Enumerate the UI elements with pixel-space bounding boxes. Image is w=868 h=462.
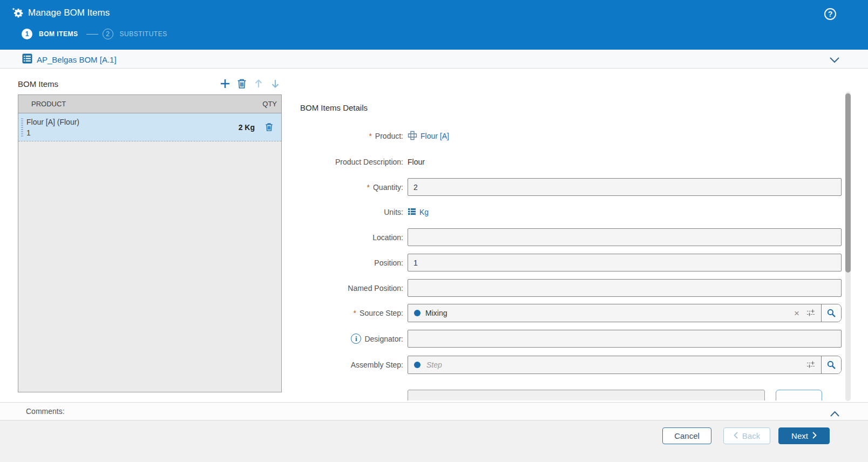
step-2-badge[interactable]: 2 bbox=[103, 29, 113, 39]
bom-list-title: BOM Items bbox=[18, 79, 58, 89]
source-step-input[interactable]: Mixing × bbox=[408, 304, 842, 322]
bom-context-title: AP_Belgas BOM [A.1] bbox=[37, 55, 117, 64]
assembly-step-row: Assembly Step: bbox=[295, 356, 842, 374]
location-label: Location: bbox=[295, 233, 403, 242]
position-label: Position: bbox=[295, 259, 403, 267]
scrollbar-thumb[interactable] bbox=[845, 93, 851, 273]
search-icon[interactable] bbox=[821, 356, 841, 373]
column-product: PRODUCT bbox=[31, 100, 66, 108]
clipped-button[interactable] bbox=[776, 390, 822, 400]
search-icon[interactable] bbox=[821, 304, 841, 322]
quantity-row: * Quantity: bbox=[295, 178, 842, 196]
named-position-input[interactable] bbox=[408, 279, 842, 297]
named-position-label: Named Position: bbox=[295, 284, 403, 293]
row-qty-value: 2 Kg bbox=[239, 123, 255, 132]
step-1-label[interactable]: BOM ITEMS bbox=[39, 30, 78, 38]
source-step-label: * Source Step: bbox=[295, 309, 403, 317]
named-position-row: Named Position: bbox=[295, 279, 842, 297]
clear-icon[interactable]: × bbox=[790, 309, 803, 318]
source-step-row: * Source Step: Mixing × bbox=[295, 304, 842, 322]
product-label: * Product: bbox=[295, 132, 403, 140]
required-marker: * bbox=[354, 309, 356, 317]
product-link[interactable]: Flour [A] bbox=[408, 131, 449, 142]
location-input[interactable] bbox=[408, 228, 842, 246]
delete-item-icon[interactable] bbox=[235, 77, 248, 90]
units-list-icon bbox=[408, 207, 416, 218]
dialog-title: Manage BOM Items bbox=[28, 6, 110, 19]
bom-context-link[interactable]: AP_Belgas BOM [A.1] bbox=[22, 53, 117, 65]
assembly-step-label: Assembly Step: bbox=[295, 361, 403, 369]
designator-input[interactable] bbox=[408, 330, 842, 348]
dialog-footer: Cancel Back Next bbox=[0, 420, 868, 462]
row-delete-icon[interactable] bbox=[263, 122, 274, 133]
required-marker: * bbox=[369, 132, 371, 140]
info-icon[interactable]: i bbox=[351, 334, 361, 344]
details-title: BOM Items Details bbox=[300, 103, 368, 112]
step-type-icon bbox=[414, 362, 421, 368]
location-row: Location: bbox=[295, 228, 842, 246]
clipped-next-field-row bbox=[408, 390, 823, 400]
step-1-badge[interactable]: 1 bbox=[22, 29, 32, 39]
back-chevron-icon bbox=[734, 431, 738, 440]
required-marker: * bbox=[367, 183, 370, 192]
units-link[interactable]: Kg bbox=[408, 207, 429, 218]
bom-list-header: PRODUCT QTY bbox=[18, 95, 281, 113]
comments-collapse-chevron-up-icon[interactable] bbox=[830, 409, 839, 419]
units-label: Units: bbox=[295, 208, 403, 216]
designator-label: i Designator: bbox=[295, 334, 403, 344]
comments-label: Comments: bbox=[26, 407, 65, 416]
move-up-icon[interactable] bbox=[252, 77, 265, 90]
row-product-name: Flour [A] (Flour) bbox=[26, 117, 79, 127]
units-row: Units: Kg bbox=[295, 207, 429, 218]
source-step-value: Mixing bbox=[425, 309, 790, 317]
designator-row: i Designator: bbox=[295, 330, 842, 348]
manage-bom-items-dialog: Manage BOM Items ? 1 BOM ITEMS 2 SUBSTIT… bbox=[0, 0, 868, 462]
context-collapse-chevron-down-icon[interactable] bbox=[830, 56, 839, 65]
wizard-steps: 1 BOM ITEMS 2 SUBSTITUTES bbox=[22, 29, 167, 39]
assembly-step-input-group bbox=[408, 356, 842, 374]
bom-list-toolbar bbox=[219, 77, 282, 90]
next-button[interactable]: Next bbox=[778, 427, 830, 444]
product-row: * Product: Flour [A] bbox=[295, 131, 449, 141]
step-2-label[interactable]: SUBSTITUTES bbox=[120, 30, 167, 38]
bom-items-list: PRODUCT QTY Flour [A] (Flour) 1 2 Kg bbox=[18, 94, 282, 392]
position-row: Position: bbox=[295, 254, 842, 271]
column-qty: QTY bbox=[262, 100, 277, 108]
vertical-scrollbar[interactable] bbox=[845, 92, 851, 401]
context-bar: AP_Belgas BOM [A.1] bbox=[0, 50, 868, 69]
position-input[interactable] bbox=[408, 254, 842, 271]
cancel-button[interactable]: Cancel bbox=[662, 427, 711, 444]
quantity-input[interactable] bbox=[408, 178, 842, 196]
move-down-icon[interactable] bbox=[269, 77, 282, 90]
step-type-icon bbox=[414, 310, 421, 316]
bom-table-icon bbox=[22, 53, 32, 65]
quantity-label: * Quantity: bbox=[295, 183, 403, 192]
clipped-field[interactable] bbox=[408, 390, 765, 400]
part-icon bbox=[408, 131, 417, 142]
drag-handle[interactable] bbox=[21, 118, 23, 137]
next-chevron-icon bbox=[812, 431, 817, 440]
row-product-position: 1 bbox=[26, 127, 79, 138]
help-icon[interactable]: ? bbox=[824, 8, 836, 20]
product-description-value: Flour bbox=[408, 158, 425, 166]
add-item-icon[interactable] bbox=[219, 77, 232, 90]
assembly-step-input[interactable] bbox=[425, 360, 803, 370]
manage-gear-icon bbox=[11, 6, 24, 19]
product-description-row: Product Description: Flour bbox=[295, 157, 425, 167]
row-product-cell: Flour [A] (Flour) 1 bbox=[26, 117, 79, 138]
select-list-icon[interactable] bbox=[803, 361, 821, 369]
product-description-label: Product Description: bbox=[295, 158, 403, 166]
comments-bar: Comments: bbox=[0, 402, 868, 420]
table-row[interactable]: Flour [A] (Flour) 1 2 Kg bbox=[18, 113, 281, 141]
select-list-icon[interactable] bbox=[803, 309, 821, 317]
step-connector bbox=[86, 34, 98, 35]
dialog-header: Manage BOM Items ? 1 BOM ITEMS 2 SUBSTIT… bbox=[0, 0, 868, 50]
back-button[interactable]: Back bbox=[723, 427, 770, 444]
